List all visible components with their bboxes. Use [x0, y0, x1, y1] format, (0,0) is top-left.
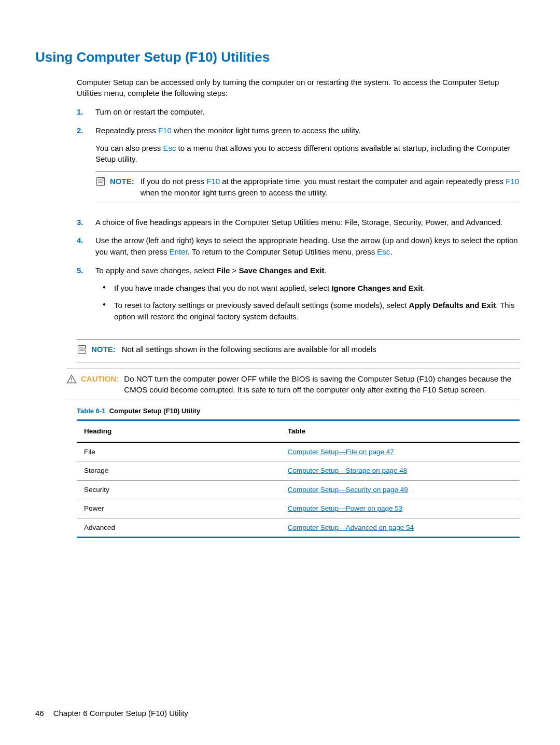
key-f10: F10 — [206, 177, 220, 186]
step-1: Turn on or restart the computer. — [77, 106, 520, 125]
table-caption: Table 6-1 Computer Setup (F10) Utility — [77, 406, 520, 416]
note-icon — [77, 344, 88, 358]
step-4-text: Use the arrow (left and right) keys to s… — [95, 236, 518, 256]
note-icon — [95, 176, 107, 190]
note-label: NOTE: — [91, 344, 116, 355]
caution-icon — [66, 374, 78, 387]
cell-heading: File — [77, 442, 281, 461]
note-box-1: NOTE: If you do not press F10 at the app… — [95, 171, 520, 203]
caution-wrapper: CAUTION: Do NOT turn the computer power … — [66, 369, 520, 401]
table-row: File Computer Setup—File on page 47 — [77, 442, 520, 461]
note-box-2: NOTE: Not all settings shown in the foll… — [77, 339, 520, 362]
step-3: A choice of five headings appears in the… — [77, 217, 520, 235]
link-advanced[interactable]: Computer Setup—Advanced on page 54 — [288, 524, 414, 531]
step-5-bullets: If you have made changes that you do not… — [95, 283, 520, 329]
cell-heading: Power — [77, 499, 281, 518]
table-row: Security Computer Setup—Security on page… — [77, 480, 520, 499]
cell-link: Computer Setup—File on page 47 — [281, 442, 520, 461]
step-2-line1: Repeatedly press F10 when the monitor li… — [95, 125, 520, 136]
key-f10: F10 — [506, 177, 519, 186]
note-2-text: Not all settings shown in the following … — [122, 344, 520, 355]
bullet-apply-defaults: To reset to factory settings or previous… — [114, 300, 520, 329]
cell-link: Computer Setup—Storage on page 48 — [281, 461, 520, 481]
key-esc: Esc — [377, 247, 390, 256]
link-storage[interactable]: Computer Setup—Storage on page 48 — [288, 467, 407, 474]
svg-rect-0 — [97, 178, 105, 186]
caution-text: Do NOT turn the computer power OFF while… — [124, 373, 520, 396]
step-5-line: To apply and save changes, select File >… — [95, 265, 520, 276]
note-1-text: If you do not press F10 at the appropria… — [141, 176, 520, 199]
key-f10: F10 — [158, 126, 172, 135]
caution-label: CAUTION: — [81, 373, 119, 385]
link-power[interactable]: Computer Setup—Power on page 53 — [288, 504, 402, 512]
chapter-label: Chapter 6 Computer Setup (F10) Utility — [53, 709, 188, 718]
page-number: 46 — [35, 709, 44, 718]
cell-link: Computer Setup—Security on page 49 — [281, 480, 520, 499]
table-caption-text: Computer Setup (F10) Utility — [109, 407, 201, 415]
caution-box: CAUTION: Do NOT turn the computer power … — [66, 369, 520, 401]
step-2: Repeatedly press F10 when the monitor li… — [77, 125, 520, 217]
note-label: NOTE: — [110, 176, 134, 187]
step-5: To apply and save changes, select File >… — [77, 265, 520, 336]
step-1-text: Turn on or restart the computer. — [95, 107, 204, 116]
lower-content: NOTE: Not all settings shown in the foll… — [77, 339, 520, 362]
page-footer: 46Chapter 6 Computer Setup (F10) Utility — [35, 708, 188, 719]
page: Using Computer Setup (F10) Utilities Com… — [0, 0, 560, 745]
table-row: Storage Computer Setup—Storage on page 4… — [77, 461, 520, 481]
table-caption-num: Table 6-1 — [77, 407, 105, 415]
cell-link: Computer Setup—Power on page 53 — [281, 499, 520, 518]
bold-save-exit: Save Changes and Exit — [239, 266, 324, 275]
cell-heading: Security — [77, 480, 281, 499]
th-table: Table — [281, 420, 520, 442]
step-3-text: A choice of five headings appears in the… — [95, 218, 502, 227]
cell-heading: Storage — [77, 461, 281, 481]
steps-list: Turn on or restart the computer. Repeate… — [77, 106, 520, 336]
svg-point-3 — [71, 381, 72, 382]
table-header-row: Heading Table — [77, 420, 520, 442]
table-row: Advanced Computer Setup—Advanced on page… — [77, 518, 520, 538]
bullet-ignore: If you have made changes that you do not… — [114, 283, 520, 300]
bold-ignore-exit: Ignore Changes and Exit — [331, 284, 423, 292]
svg-rect-1 — [78, 345, 86, 353]
table-row: Power Computer Setup—Power on page 53 — [77, 499, 520, 518]
link-security[interactable]: Computer Setup—Security on page 49 — [288, 486, 408, 494]
step-2-line2: You can also press Esc to a menu that al… — [95, 143, 520, 165]
table-block: Table 6-1 Computer Setup (F10) Utility H… — [77, 406, 520, 538]
bold-file: File — [216, 266, 230, 275]
cell-heading: Advanced — [77, 518, 281, 538]
link-file[interactable]: Computer Setup—File on page 47 — [288, 448, 394, 456]
th-heading: Heading — [77, 420, 281, 442]
section-title: Using Computer Setup (F10) Utilities — [35, 48, 520, 67]
key-esc: Esc — [163, 144, 176, 152]
bold-apply-defaults: Apply Defaults and Exit — [409, 301, 496, 310]
cell-link: Computer Setup—Advanced on page 54 — [281, 518, 520, 538]
key-enter: Enter — [170, 247, 188, 256]
step-4: Use the arrow (left and right) keys to s… — [77, 235, 520, 265]
f10-table: Heading Table File Computer Setup—File o… — [77, 419, 520, 538]
intro-paragraph: Computer Setup can be accessed only by t… — [77, 77, 520, 100]
